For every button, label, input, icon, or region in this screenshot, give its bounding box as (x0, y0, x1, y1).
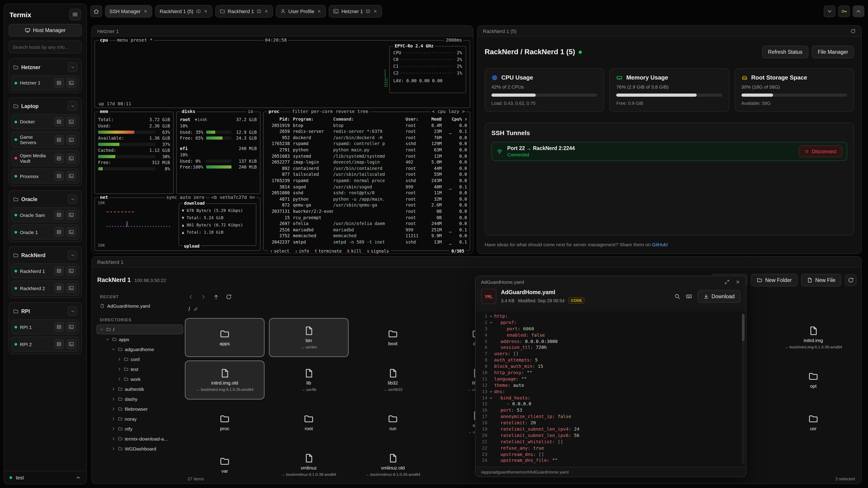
process-row[interactable]: 3814sogod/usr/sbin/sogod99940M▁0.1 (266, 184, 467, 190)
file-tile[interactable]: usr (774, 403, 853, 442)
host-stats-button[interactable] (54, 210, 64, 220)
proc-key-hint[interactable]: tterminate (314, 249, 342, 254)
process-row[interactable]: 877tailscaled/usr/sbin/tailscaledroot55M… (266, 171, 467, 177)
file-tile[interactable]: proc (185, 403, 265, 442)
host-item[interactable]: Oracle 1 (11, 225, 79, 240)
host-stats-button[interactable] (54, 284, 64, 293)
edit-path-icon[interactable] (193, 307, 198, 311)
file-tile[interactable]: apps (185, 318, 265, 357)
github-link[interactable]: GitHub (652, 242, 666, 247)
file-tile[interactable]: lib→ usr/lib (269, 361, 348, 399)
host-item[interactable]: RPI 1 (11, 320, 79, 335)
chevron-up-icon[interactable] (75, 475, 81, 480)
process-row[interactable]: 2051919btopbtoproot8.4M0.0 (266, 122, 467, 128)
fold-icon[interactable] (487, 315, 494, 318)
back-icon[interactable] (188, 294, 194, 300)
close-tab-button[interactable] (203, 9, 208, 13)
fold-icon[interactable] (487, 396, 494, 400)
proc-key-hint[interactable]: ↓info (295, 249, 309, 254)
split-icon[interactable] (196, 9, 200, 13)
proc-key-hint[interactable]: ↑select (270, 249, 289, 254)
host-group-header[interactable]: Oracle (11, 193, 79, 205)
file-tile[interactable]: vmlinuz→ boot/vmlinuz-6.1.0-39-amd64 (269, 446, 348, 484)
file-tile[interactable]: bin→ usr/bin (269, 318, 348, 357)
host-manager-button[interactable]: Host Manager (8, 24, 82, 37)
host-stats-button[interactable] (54, 153, 64, 163)
search-icon[interactable] (674, 293, 680, 300)
tree-item[interactable]: work (96, 374, 183, 384)
tab-user-profile[interactable]: User Profile (276, 5, 326, 18)
host-item[interactable]: Open Media Vault (11, 150, 79, 166)
host-terminal-button[interactable] (66, 228, 76, 237)
process-row[interactable]: 2791pythonpython main.pyroot63M0.0 (266, 147, 467, 153)
keyboard-icon[interactable] (686, 293, 692, 300)
group-toggle-button[interactable] (68, 101, 77, 111)
proc-key-hint[interactable]: kkill (347, 249, 362, 254)
process-row[interactable]: 872qemu-ga/usr/sbin/qemu-garoot2.6M0.0 (266, 202, 467, 208)
tree-item[interactable]: noray (96, 414, 183, 424)
host-stats-button[interactable] (54, 228, 64, 237)
refresh-status-button[interactable]: Refresh Status (762, 46, 808, 58)
host-item[interactable]: RackNerd 2 (11, 281, 79, 296)
disconnect-button[interactable]: Disconnect (799, 145, 842, 157)
host-item[interactable]: Hetzner 1 (11, 75, 79, 90)
host-item[interactable]: Game Servers (11, 131, 79, 148)
host-group-header[interactable]: Hetzner (11, 61, 79, 73)
sidebar-footer[interactable]: test (4, 471, 86, 484)
file-tile[interactable]: run (353, 403, 433, 442)
tree-item[interactable]: WGDashboard (96, 444, 183, 454)
process-row[interactable]: 2659redis-serverredis-server *:6379root2… (266, 128, 467, 134)
group-toggle-button[interactable] (68, 195, 77, 204)
process-row[interactable]: 2042237smtpdsmtpd -n 589 -t inetsshd13M▁… (266, 239, 467, 245)
tree-item[interactable]: filebrowser (96, 404, 183, 414)
host-group-header[interactable]: RPI (11, 305, 79, 318)
new-folder-button[interactable]: New Folder (751, 274, 798, 287)
host-group-header[interactable]: Laptop (11, 100, 79, 112)
host-terminal-button[interactable] (66, 210, 76, 220)
host-terminal-button[interactable] (66, 135, 76, 144)
terminal-screen[interactable]: cpu menu preset * 04:20:58 2000ms EPYC-R… (92, 37, 473, 254)
host-terminal-button[interactable] (66, 153, 76, 163)
host-terminal-button[interactable] (66, 78, 76, 88)
host-stats-button[interactable] (54, 339, 64, 349)
host-search-input[interactable] (13, 44, 78, 50)
host-item[interactable]: Docker (11, 114, 79, 129)
tree-item[interactable]: termix-download-a... (96, 434, 183, 444)
scrollbar-thumb[interactable] (742, 314, 745, 341)
tab-racknerd-1-5-[interactable]: RackNerd 1 (5) (155, 5, 212, 18)
tree-item[interactable]: test (96, 364, 183, 374)
close-tab-button[interactable] (373, 9, 377, 13)
process-row[interactable]: 2051080sshdsshd: root@pts/0root11M0.0 (266, 190, 467, 196)
process-row[interactable]: 15rcu_preemptroot0B0.0 (266, 215, 467, 221)
host-item[interactable]: Oracle Sam (11, 207, 79, 223)
forward-icon[interactable] (200, 294, 207, 300)
tree-item[interactable]: / (96, 324, 183, 334)
file-tile[interactable]: root (269, 403, 348, 442)
host-terminal-button[interactable] (66, 322, 76, 332)
expand-panel-button[interactable] (852, 5, 864, 17)
process-row[interactable]: 2516mariadbdmariadbd999251M▁0.1 (266, 227, 467, 233)
process-row[interactable]: 2752memcachedmemcached112119.9M0.0 (266, 233, 467, 239)
host-terminal-button[interactable] (66, 171, 76, 181)
tab-racknerd-1[interactable]: RackNerd 1 (215, 5, 273, 18)
close-tab-button[interactable] (143, 9, 148, 13)
host-stats-button[interactable] (54, 266, 64, 276)
host-terminal-button[interactable] (66, 339, 76, 349)
group-toggle-button[interactable] (68, 306, 77, 316)
close-icon[interactable] (735, 279, 741, 285)
host-stats-button[interactable] (54, 171, 64, 181)
code-viewer[interactable]: 1http:2pprof:3port: 60604enabled: false5… (475, 311, 746, 467)
process-row[interactable]: 2697ofelia/usr/bin/ofelia daemroot244M0.… (266, 221, 467, 227)
host-item[interactable]: RPI 2 (11, 337, 79, 352)
file-tile[interactable]: initrd.img→ boot/initrd.img-6.1.0-39-amd… (774, 318, 853, 357)
host-stats-button[interactable] (54, 135, 64, 144)
reload-directory-icon[interactable] (225, 294, 232, 300)
fold-icon[interactable] (487, 390, 494, 393)
credentials-button[interactable] (838, 5, 850, 17)
tab-ssh-manager[interactable]: SSH Manager (105, 5, 152, 18)
tree-item[interactable]: authentik (96, 384, 183, 394)
process-row[interactable]: 2052277imap-logindovecot/imap-login4025.… (266, 159, 467, 165)
host-stats-button[interactable] (54, 78, 64, 88)
file-tile[interactable]: vmlinuz.old→ boot/vmlinuz-6.1.0-26-amd64 (353, 446, 433, 484)
download-button[interactable]: Download (698, 290, 741, 303)
